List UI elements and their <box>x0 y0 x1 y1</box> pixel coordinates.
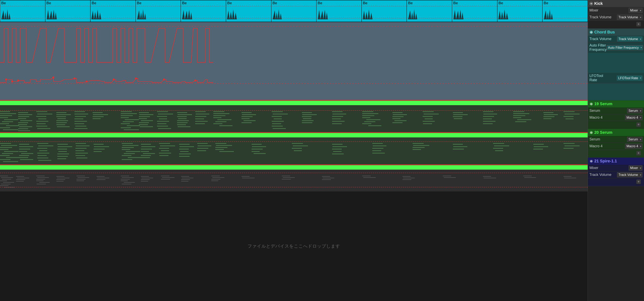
svg-rect-181 <box>517 119 531 120</box>
kick-clip[interactable]: Be <box>498 1 542 22</box>
chord-filter-select[interactable]: Auto Filter Frequency <box>606 45 643 50</box>
svg-rect-204 <box>19 151 27 152</box>
chord-filter-row: Auto FilterFrequency Auto Filter Frequen… <box>588 43 644 53</box>
serum20-minus-btn[interactable]: ⊖ <box>590 131 593 134</box>
svg-rect-209 <box>37 143 48 144</box>
kick-clip[interactable]: Be <box>407 1 452 22</box>
kick-clip[interactable]: Be <box>272 1 316 22</box>
svg-rect-237 <box>122 147 134 148</box>
svg-rect-170 <box>454 118 462 119</box>
chord-volume-dropdown-wrapper[interactable]: Track Volume <box>617 37 642 42</box>
kick-clip[interactable]: Be <box>90 1 136 22</box>
kick-clip[interactable]: Be <box>452 1 497 22</box>
kick-add-button[interactable]: + <box>636 22 641 26</box>
chord-lfo-select[interactable]: LFOTool Rate <box>617 76 642 81</box>
kick-minus-btn[interactable]: ⊖ <box>590 2 593 6</box>
svg-rect-194 <box>0 149 8 150</box>
kick-volume-dropdown-wrapper[interactable]: Track Volume <box>617 15 642 20</box>
svg-rect-304 <box>533 149 543 149</box>
kick-clip[interactable]: Be <box>181 1 226 22</box>
svg-rect-243 <box>122 159 132 160</box>
serum19-add-button[interactable]: + <box>636 122 641 127</box>
svg-rect-192 <box>1 145 17 146</box>
svg-rect-345 <box>141 179 150 180</box>
serum19-dashed-line <box>0 110 588 111</box>
svg-rect-286 <box>372 143 383 144</box>
svg-rect-240 <box>124 153 135 154</box>
svg-rect-55 <box>56 116 66 117</box>
svg-rect-232 <box>94 146 109 147</box>
serum19-minus-btn[interactable]: ⊖ <box>590 102 593 106</box>
spire-mixer-row: Mixer Mixer <box>588 165 644 171</box>
svg-rect-366 <box>362 176 371 176</box>
serum19-macro-select[interactable]: Macro 4 <box>625 115 642 120</box>
svg-rect-235 <box>122 143 133 144</box>
spire-volume-dropdown-wrapper[interactable]: Track Volume <box>617 172 642 177</box>
svg-rect-254 <box>161 150 169 151</box>
spire-mixer-select[interactable]: Mixer <box>629 165 642 170</box>
svg-rect-87 <box>141 120 153 121</box>
svg-rect-269 <box>215 147 228 148</box>
kick-clip[interactable]: Be <box>316 1 362 22</box>
svg-rect-342 <box>122 184 132 184</box>
spire-add-button[interactable]: + <box>636 179 641 184</box>
svg-rect-26 <box>0 113 16 114</box>
spire-volume-select[interactable]: Track Volume <box>617 172 642 177</box>
chord-filter-dropdown-wrapper[interactable]: Auto Filter Frequency <box>606 45 643 50</box>
svg-rect-144 <box>332 118 341 119</box>
kick-mixer-select[interactable]: Mixer <box>629 8 642 13</box>
chord-bus-minus-btn[interactable]: ⊖ <box>590 31 593 34</box>
svg-rect-70 <box>93 114 108 115</box>
kick-clip[interactable]: Be <box>362 1 407 22</box>
svg-rect-211 <box>37 148 47 149</box>
serum20-macro-select[interactable]: Macro 4 <box>625 144 642 149</box>
svg-rect-162 <box>424 114 439 114</box>
serum19-serum-dropdown-wrapper[interactable]: Serum <box>627 108 642 113</box>
chord-volume-select[interactable]: Track Volume <box>617 37 642 42</box>
kick-mixer-dropdown-wrapper[interactable]: Mixer <box>629 8 642 13</box>
serum20-add-button[interactable]: + <box>636 151 641 155</box>
svg-rect-323 <box>36 180 44 181</box>
chord-lfo-dropdown-wrapper[interactable]: LFOTool Rate <box>617 76 642 81</box>
serum19-green-bar <box>0 101 588 105</box>
serum20-serum-select[interactable]: Serum <box>627 137 642 142</box>
svg-rect-40 <box>18 122 28 123</box>
serum20-track-name: 20 Serum <box>594 130 612 135</box>
kick-clip[interactable]: Be <box>46 1 90 22</box>
kick-clip[interactable]: Be <box>136 1 181 22</box>
kick-clip[interactable]: Be <box>542 1 588 22</box>
svg-rect-93 <box>157 116 167 117</box>
svg-rect-321 <box>37 177 49 178</box>
svg-rect-203 <box>19 149 30 149</box>
svg-rect-341 <box>124 182 135 183</box>
spire-minus-btn[interactable]: ⊖ <box>590 159 593 163</box>
serum20-serum-dropdown-wrapper[interactable]: Serum <box>627 137 642 142</box>
serum19-serum-select[interactable]: Serum <box>627 108 642 113</box>
chord-volume-label: Track Volume <box>590 37 612 41</box>
serum19-macro-dropdown-wrapper[interactable]: Macro 4 <box>625 115 642 120</box>
svg-rect-27 <box>0 115 12 116</box>
kick-clip[interactable]: Be <box>226 1 271 22</box>
svg-rect-60 <box>57 126 70 127</box>
kick-clip[interactable]: Be <box>0 1 45 22</box>
svg-rect-376 <box>524 177 536 178</box>
svg-rect-44 <box>18 130 30 131</box>
svg-rect-276 <box>254 153 266 154</box>
svg-rect-360 <box>282 176 290 176</box>
svg-rect-273 <box>252 146 266 147</box>
svg-rect-248 <box>143 153 155 154</box>
svg-rect-72 <box>92 118 100 119</box>
svg-rect-148 <box>362 113 378 114</box>
clip-label: Be <box>1 1 6 5</box>
svg-rect-125 <box>244 120 256 121</box>
svg-rect-264 <box>198 145 211 146</box>
kick-track-header: ⊖ Kick <box>588 0 644 7</box>
serum20-macro-dropdown-wrapper[interactable]: Macro 4 <box>625 144 642 149</box>
svg-rect-73 <box>121 111 132 112</box>
svg-rect-244 <box>141 144 151 145</box>
spire-mixer-dropdown-wrapper[interactable]: Mixer <box>629 165 642 170</box>
kick-volume-select[interactable]: Track Volume <box>617 15 642 20</box>
svg-rect-253 <box>159 148 169 149</box>
svg-rect-52 <box>37 128 50 129</box>
svg-rect-293 <box>412 147 425 148</box>
